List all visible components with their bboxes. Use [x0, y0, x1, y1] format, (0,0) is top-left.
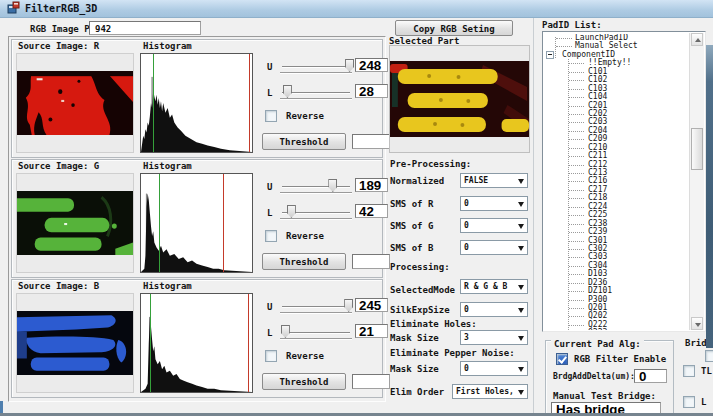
scrollbar-thumb[interactable]	[691, 128, 703, 170]
titlebar[interactable]: FilterRGB_3D	[0, 0, 713, 18]
tree-item[interactable]: !!Empty!!	[569, 59, 689, 67]
sms-b-dropdown[interactable]: 0	[460, 240, 528, 255]
bridge-l-label: L	[701, 397, 706, 407]
histogram-r	[140, 53, 253, 153]
tree-item[interactable]: C304	[569, 262, 689, 270]
mask-size-pepper-label: Mask Size	[390, 364, 439, 374]
tree-item[interactable]: C302	[569, 245, 689, 253]
window-title: FilterRGB_3D	[25, 3, 97, 14]
scroll-up-icon[interactable]	[691, 33, 703, 46]
elim-order-dropdown[interactable]: First Holes,	[452, 384, 528, 399]
dropdown-value: 0	[464, 243, 469, 252]
u-slider-r[interactable]	[280, 58, 352, 76]
u-value-g[interactable]	[355, 178, 388, 192]
tree-item[interactable]: C103	[569, 85, 689, 93]
tree-item[interactable]: C224	[569, 203, 689, 211]
u-slider-b[interactable]	[280, 298, 352, 316]
histogram-g	[140, 173, 253, 273]
tree-item[interactable]: C209	[569, 135, 689, 143]
tree-item[interactable]: C101	[569, 68, 689, 76]
tree-item[interactable]: Q201	[569, 304, 689, 312]
l-slider-g[interactable]	[280, 204, 352, 222]
mask-size-pepper-dropdown[interactable]: 0	[460, 361, 528, 376]
u-value-r[interactable]	[355, 58, 388, 72]
slider-thumb[interactable]	[328, 179, 337, 192]
slider-thumb[interactable]	[281, 325, 290, 338]
slider-thumb[interactable]	[283, 85, 292, 98]
source-image-b-group: Source Image: B Histogram	[11, 279, 383, 398]
l-value-r[interactable]	[355, 84, 388, 98]
collapse-icon[interactable]	[546, 51, 554, 59]
u-value-b[interactable]	[355, 298, 388, 312]
source-image-g-group: Source Image: G Histogram	[11, 159, 383, 278]
tree-item[interactable]: C202	[569, 110, 689, 118]
tree-item[interactable]: C104	[569, 93, 689, 101]
bridge-l-checkbox[interactable]	[683, 396, 695, 408]
l-slider-r[interactable]	[280, 84, 352, 102]
group-title: Source Image: G	[18, 161, 99, 171]
tree-item[interactable]: C210	[569, 144, 689, 152]
threshold-output-b	[352, 374, 390, 389]
l-label: L	[267, 208, 272, 218]
tree-item[interactable]: C102	[569, 76, 689, 84]
slider-thumb[interactable]	[344, 299, 353, 312]
tree-item[interactable]: C301	[569, 237, 689, 245]
tree-item[interactable]: C216	[569, 177, 689, 185]
tree-item[interactable]: C217	[569, 186, 689, 194]
bridge-tl-checkbox[interactable]	[683, 365, 695, 377]
histogram-upper-line	[249, 54, 250, 152]
tree-item[interactable]: C201	[569, 102, 689, 110]
mask-size-holes-label: Mask Size	[390, 333, 439, 343]
slider-thumb[interactable]	[345, 59, 354, 72]
sms-r-dropdown[interactable]: 0	[460, 196, 528, 211]
histogram-label: Histogram	[143, 41, 192, 51]
tree-item[interactable]: C238	[569, 220, 689, 228]
slider-thumb[interactable]	[287, 205, 296, 218]
tree-item[interactable]: P300	[569, 296, 689, 304]
tree-item[interactable]: C225	[569, 211, 689, 219]
l-value-b[interactable]	[355, 324, 388, 338]
silk-exp-size-dropdown[interactable]: 0	[460, 302, 528, 317]
tree-item[interactable]: D236	[569, 279, 689, 287]
sms-g-dropdown[interactable]: 0	[460, 218, 528, 233]
tree-item[interactable]: C303	[569, 253, 689, 261]
tree-item[interactable]: Q202	[569, 312, 689, 320]
scroll-down-icon[interactable]	[691, 317, 703, 330]
selected-mode-dropdown[interactable]: R & G & B	[460, 279, 528, 294]
mask-size-holes-dropdown[interactable]: 3	[460, 330, 528, 345]
tree-item[interactable]: C212	[569, 161, 689, 169]
normalized-label: Normalized	[390, 176, 444, 186]
tree-scrollbar[interactable]	[689, 33, 704, 330]
settings-column: Selected Part Pre-	[388, 18, 534, 416]
dropdown-value: R & G & B	[464, 282, 507, 291]
rgb-filter-enable-checkbox[interactable]	[556, 353, 568, 365]
tree-item[interactable]: Q223	[569, 329, 689, 330]
chevron-down-icon	[518, 246, 524, 254]
reverse-checkbox-g[interactable]	[265, 230, 277, 242]
threshold-button-g[interactable]: Threshold	[262, 253, 346, 270]
tree-item[interactable]: DZ101	[569, 287, 689, 295]
tree-item[interactable]: C239	[569, 228, 689, 236]
app-window: FilterRGB_3D RGB Image PadID: 942 Copy R…	[0, 0, 713, 416]
threshold-button-r[interactable]: Threshold	[262, 133, 346, 150]
tree-item[interactable]: C211	[569, 152, 689, 160]
padid-tree[interactable]: LaunchPadID Manual Select ComponentID !!…	[542, 31, 706, 332]
tree-item[interactable]: C218	[569, 194, 689, 202]
reverse-checkbox-b[interactable]	[265, 350, 277, 362]
tree-item[interactable]: Q222	[569, 321, 689, 329]
bridge-group: Bridge TL L	[676, 338, 713, 416]
l-slider-b[interactable]	[280, 324, 352, 342]
brdg-add-delta-input[interactable]	[634, 369, 667, 383]
threshold-button-b[interactable]: Threshold	[262, 373, 346, 390]
dropdown-value: First Holes,	[456, 387, 514, 396]
tree-item[interactable]: C204	[569, 127, 689, 135]
normalized-dropdown[interactable]: FALSE	[460, 173, 528, 188]
tree-item[interactable]: C203	[569, 118, 689, 126]
tree-item[interactable]: D103	[569, 270, 689, 278]
reverse-checkbox-r[interactable]	[265, 110, 277, 122]
u-slider-g[interactable]	[280, 178, 352, 196]
sms-g-label: SMS of G	[390, 221, 433, 231]
tree-item[interactable]: C213	[569, 169, 689, 177]
l-value-g[interactable]	[355, 204, 388, 218]
bridge-checkbox-partial[interactable]	[705, 350, 713, 362]
